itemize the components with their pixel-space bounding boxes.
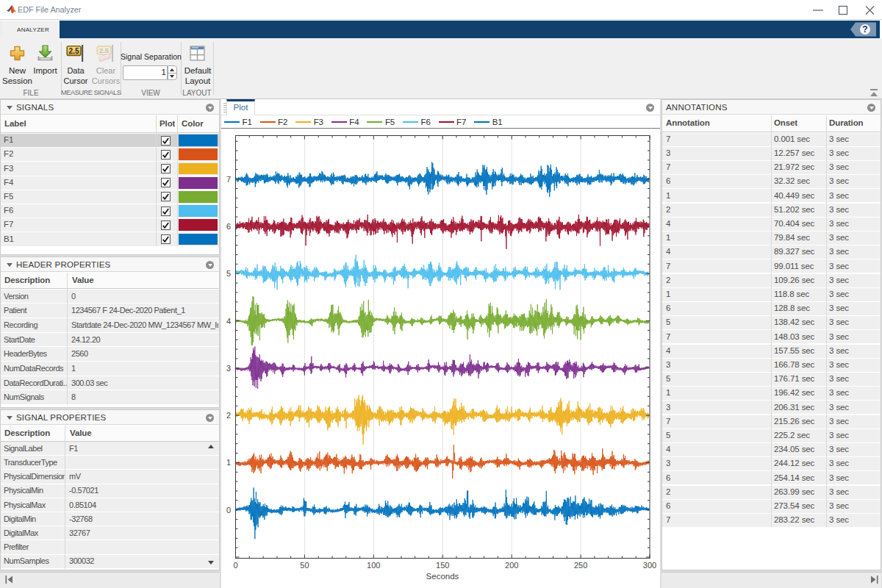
svg-text:Seconds: Seconds: [426, 572, 459, 581]
svg-text:100: 100: [367, 561, 380, 570]
svg-text:6: 6: [226, 222, 231, 231]
svg-text:4: 4: [226, 317, 231, 326]
svg-text:200: 200: [505, 561, 518, 570]
svg-text:150: 150: [436, 561, 449, 570]
svg-text:0: 0: [226, 506, 231, 514]
svg-text:5: 5: [226, 269, 231, 278]
svg-text:2.5: 2.5: [69, 47, 79, 55]
svg-text:250: 250: [574, 561, 587, 570]
svg-text:300: 300: [643, 561, 656, 570]
svg-text:2.5: 2.5: [99, 46, 110, 54]
svg-text:?: ?: [862, 24, 867, 35]
svg-text:0: 0: [233, 561, 237, 570]
svg-text:7: 7: [226, 175, 231, 184]
svg-text:2: 2: [226, 411, 231, 420]
svg-text:1: 1: [226, 458, 231, 467]
svg-text:3: 3: [226, 364, 231, 373]
svg-text:50: 50: [300, 561, 309, 570]
